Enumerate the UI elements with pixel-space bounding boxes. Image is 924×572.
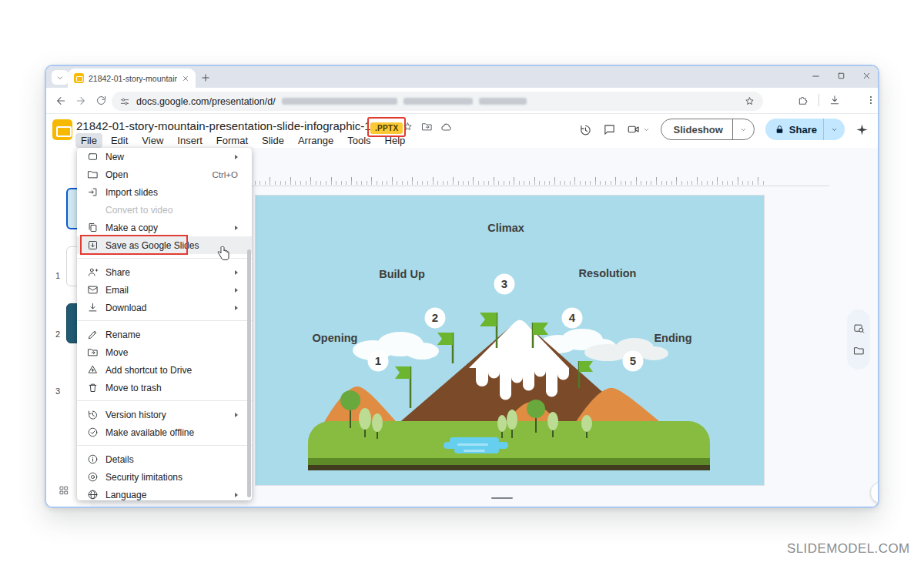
- menubar-item-format[interactable]: Format: [211, 133, 253, 148]
- menu-item-open[interactable]: OpenCtrl+O: [77, 166, 252, 183]
- submenu-arrow-icon: [235, 155, 238, 159]
- menubar-item-tools[interactable]: Tools: [342, 133, 376, 148]
- grid-view-button[interactable]: [54, 482, 74, 499]
- window-minimize-button[interactable]: [811, 71, 821, 81]
- copy-icon: [86, 222, 99, 234]
- forward-button[interactable]: [71, 91, 91, 111]
- downloads-icon[interactable]: [829, 94, 841, 106]
- share-button[interactable]: Share: [765, 119, 845, 140]
- menu-item-label: Open: [105, 169, 205, 180]
- chevron-down-icon: [740, 126, 747, 133]
- document-title[interactable]: 21842-01-story-mountain-presentation-sli…: [76, 119, 400, 132]
- tab-title: 21842-01-story-mountain-pres: [89, 74, 177, 83]
- submenu-arrow-icon: [235, 270, 238, 275]
- menu-item-add-shortcut-to-drive[interactable]: Add shortcut to Drive: [77, 361, 252, 379]
- tab-close-icon[interactable]: [182, 75, 189, 82]
- menu-item-label: Make available offline: [105, 427, 238, 438]
- new-icon: [86, 151, 99, 163]
- slides-logo-icon[interactable]: [52, 119, 72, 140]
- url-redacted-segment: [403, 98, 473, 105]
- file-type-badge: .PPTX: [370, 122, 403, 134]
- url-bar[interactable]: docs.google.com/presentation/d/: [112, 92, 763, 111]
- menu-item-move-to-trash[interactable]: Move to trash: [77, 379, 252, 396]
- menu-item-details[interactable]: Details: [77, 450, 252, 468]
- video-camera-icon: [627, 122, 641, 136]
- menu-item-email[interactable]: Email: [77, 281, 252, 299]
- window-close-button[interactable]: [862, 71, 872, 81]
- tab-search-button[interactable]: [52, 70, 69, 85]
- menu-bar: FileEditViewInsertFormatSlideArrangeTool…: [75, 133, 410, 148]
- menu-item-make-a-copy[interactable]: Make a copy: [77, 219, 252, 236]
- menu-scrollbar-thumb[interactable]: [247, 249, 251, 497]
- security-icon: [86, 471, 99, 483]
- gemini-sparkle-icon[interactable]: [855, 123, 869, 136]
- chevron-down-icon: [831, 126, 838, 133]
- label-build-up: Build Up: [379, 268, 425, 280]
- label-resolution: Resolution: [579, 267, 637, 279]
- comment-icon[interactable]: [603, 123, 616, 136]
- bookmark-star-icon[interactable]: [744, 95, 755, 107]
- menu-item-download[interactable]: Download: [77, 299, 252, 316]
- menu-scrollbar[interactable]: [247, 148, 251, 500]
- speaker-notes-handle[interactable]: [491, 497, 513, 499]
- menu-item-label: Version history: [105, 410, 228, 420]
- menu-item-label: Convert to video: [105, 205, 238, 216]
- slides-favicon-icon: [74, 73, 84, 83]
- offline-icon: [86, 426, 99, 439]
- image-search-icon[interactable]: [853, 323, 865, 334]
- menu-item-version-history[interactable]: Version history: [77, 406, 252, 423]
- menu-item-label: Add shortcut to Drive: [105, 365, 238, 376]
- extensions-icon[interactable]: [797, 94, 809, 106]
- share-dropdown[interactable]: [823, 119, 845, 140]
- join-call-button[interactable]: [627, 122, 650, 136]
- menu-item-import-slides[interactable]: Import slides: [77, 183, 252, 201]
- menu-divider: [77, 400, 252, 401]
- plus-icon: [200, 72, 211, 83]
- version-history-icon[interactable]: [579, 123, 592, 136]
- menu-item-label: Details: [105, 454, 238, 465]
- menu-item-language[interactable]: Language: [77, 486, 252, 500]
- step-4: 4: [569, 311, 576, 324]
- share-icon: [86, 266, 99, 279]
- menu-item-new[interactable]: New: [77, 148, 252, 166]
- url-redacted-segment: [479, 98, 527, 105]
- menu-item-move[interactable]: Move: [77, 343, 252, 361]
- back-button[interactable]: [51, 91, 71, 111]
- menubar-item-file[interactable]: File: [75, 133, 102, 148]
- star-document-icon[interactable]: [402, 121, 413, 132]
- details-icon: [86, 453, 99, 466]
- menu-item-shortcut: Ctrl+O: [212, 170, 238, 179]
- current-slide[interactable]: 1 2 3 4 5 Opening Build Up Climax Resolu…: [256, 196, 764, 485]
- browser-tab[interactable]: 21842-01-story-mountain-pres: [68, 69, 196, 88]
- menu-item-security-limitations[interactable]: Security limitations: [77, 468, 252, 486]
- file-menu: NewOpenCtrl+OImport slidesConvert to vid…: [77, 148, 252, 500]
- reload-button[interactable]: [91, 91, 111, 111]
- browser-menu-icon[interactable]: [865, 95, 876, 105]
- menu-divider: [77, 445, 252, 446]
- menubar-item-view[interactable]: View: [136, 133, 169, 148]
- window-maximize-button[interactable]: [836, 71, 846, 81]
- menubar-item-insert[interactable]: Insert: [172, 133, 208, 148]
- menubar-item-edit[interactable]: Edit: [105, 133, 133, 148]
- move-folder-icon[interactable]: [421, 121, 433, 132]
- cloud-status-icon[interactable]: [440, 121, 453, 133]
- folder-icon[interactable]: [853, 345, 865, 356]
- label-ending: Ending: [654, 332, 691, 344]
- new-tab-button[interactable]: [200, 72, 211, 83]
- site-settings-icon[interactable]: [119, 96, 130, 107]
- tab-strip: 21842-01-story-mountain-pres: [46, 66, 878, 88]
- blank-icon: [86, 204, 99, 216]
- download-icon: [86, 302, 99, 314]
- menubar-item-help[interactable]: Help: [380, 133, 411, 148]
- menu-item-share[interactable]: Share: [77, 263, 252, 281]
- side-panel-pill: [847, 309, 870, 370]
- menu-item-label: Move to trash: [105, 383, 238, 393]
- label-climax: Climax: [487, 222, 524, 234]
- menubar-item-slide[interactable]: Slide: [256, 133, 290, 148]
- menu-item-make-available-offline[interactable]: Make available offline: [77, 423, 252, 441]
- menubar-item-arrange[interactable]: Arrange: [293, 133, 339, 148]
- ruler-ticks: [249, 176, 764, 185]
- slideshow-dropdown[interactable]: [732, 119, 754, 139]
- menu-item-rename[interactable]: Rename: [77, 326, 252, 343]
- slideshow-button[interactable]: Slideshow: [661, 119, 755, 140]
